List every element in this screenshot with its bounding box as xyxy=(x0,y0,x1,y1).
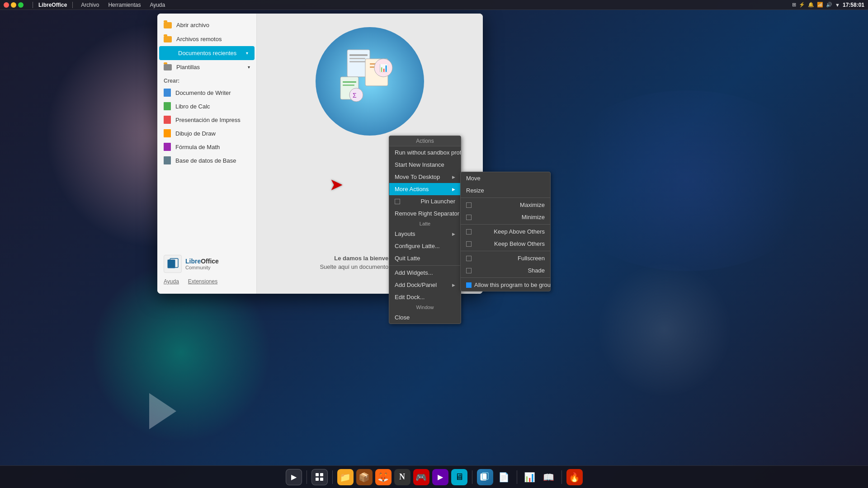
taskbar-fire-icon[interactable]: 🔥 xyxy=(566,469,583,485)
window-minimize-button[interactable] xyxy=(11,2,16,8)
taskbar-files-icon[interactable]: 📄 xyxy=(496,469,512,485)
submenu-sep-1 xyxy=(461,197,550,198)
footer-help-link[interactable]: Ayuda xyxy=(164,278,179,285)
menu-archivo[interactable]: Archivo xyxy=(78,2,102,8)
create-impress[interactable]: Presentación de Impress xyxy=(157,113,256,127)
submenu-allow-grouped[interactable]: Allow this program to be grouped xyxy=(461,279,550,291)
ctx-run-without-sandbox[interactable]: Run without sandbox profile xyxy=(389,146,461,159)
ctx-edit-dock[interactable]: Edit Dock... xyxy=(389,291,461,303)
submenu-resize[interactable]: Resize xyxy=(461,184,550,197)
lo-logo: LibreOffice Community xyxy=(164,255,250,273)
play-triangle-decoration xyxy=(149,393,176,429)
svg-text:📊: 📊 xyxy=(379,64,388,72)
taskbar-firefox-icon[interactable]: 🦊 xyxy=(375,469,392,485)
submenu-maximize[interactable]: Maximize xyxy=(461,199,550,211)
sidebar-open-file[interactable]: Abrir archivo xyxy=(157,18,256,32)
submenu-fullscreen[interactable]: Fullscreen xyxy=(461,252,550,264)
taskbar-divider-4 xyxy=(517,470,517,484)
svg-rect-12 xyxy=(343,84,354,86)
lo-footer: LibreOffice Community Ayuda Extensiones xyxy=(157,250,256,289)
calc-icon xyxy=(164,102,171,110)
sidebar-remote-files[interactable]: Archivos remotos xyxy=(157,32,256,46)
maximize-checkbox xyxy=(466,202,472,208)
ctx-remove-right-separator[interactable]: Remove Right Separator xyxy=(389,207,461,220)
arrow-icon-2: ▾ xyxy=(248,65,250,70)
submenu-minimize[interactable]: Minimize xyxy=(461,211,550,223)
submenu-sep-3 xyxy=(461,251,550,251)
ctx-quit-latte[interactable]: Quit Latte xyxy=(389,252,461,264)
taskbar-folder-icon[interactable]: 📁 xyxy=(337,469,354,485)
top-panel: LibreOffice Archivo Herramientas Ayuda ⊞… xyxy=(0,0,868,10)
sidebar-templates[interactable]: Plantillas ▾ xyxy=(157,60,256,74)
taskbar-game-icon[interactable]: 🎮 xyxy=(413,469,429,485)
taskbar-play-button[interactable]: ▶ xyxy=(286,469,302,485)
ctx-close[interactable]: Close xyxy=(389,311,461,324)
top-panel-left: LibreOffice Archivo Herramientas Ayuda xyxy=(4,2,168,8)
draw-icon xyxy=(164,129,171,137)
svg-rect-11 xyxy=(343,81,356,83)
window-maximize-button[interactable] xyxy=(18,2,24,8)
actions-menu-header: Actions xyxy=(389,136,461,146)
ctx-move-to-desktop[interactable]: Move To Desktop xyxy=(389,171,461,183)
submenu-keep-below[interactable]: Keep Below Others xyxy=(461,238,550,250)
taskbar-chart-icon[interactable]: 📊 xyxy=(522,469,538,485)
taskbar-monitor-icon[interactable]: 🖥 xyxy=(451,469,467,485)
template-icon xyxy=(164,64,172,70)
panel-divider-2 xyxy=(72,2,73,8)
lo-logo-icon xyxy=(164,255,182,273)
submenu-sep-4 xyxy=(461,277,550,278)
footer-extensions-link[interactable]: Extensiones xyxy=(188,278,217,285)
base-icon xyxy=(164,156,171,164)
taskbar-book-icon[interactable]: 📖 xyxy=(541,469,557,485)
top-panel-right: ⊞ ⚡ 🔔 📶 🔊 ▼ 17:58:01 xyxy=(792,2,864,8)
taskbar-package-icon[interactable]: 📦 xyxy=(356,469,373,485)
ctx-configure-latte[interactable]: Configure Latte... xyxy=(389,240,461,252)
ctx-separator-1 xyxy=(389,265,461,266)
illustration-svg: 📊 Σ xyxy=(307,23,433,140)
red-arrow-indicator: ➤ xyxy=(330,176,342,193)
taskbar-grid-button[interactable] xyxy=(311,469,328,485)
more-actions-submenu: Move Resize Maximize Minimize Keep Above… xyxy=(460,172,551,291)
window-close-button[interactable] xyxy=(4,2,9,8)
taskbar-divider-1 xyxy=(307,470,307,484)
ctx-add-widgets[interactable]: Add Widgets... xyxy=(389,267,461,279)
create-draw[interactable]: Dibujo de Draw xyxy=(157,127,256,140)
grid-icon xyxy=(316,473,323,476)
taskbar-lo-icon[interactable] xyxy=(477,469,493,485)
menu-herramientas[interactable]: Herramientas xyxy=(105,2,143,8)
ctx-layouts[interactable]: Layouts xyxy=(389,228,461,240)
submenu-keep-above[interactable]: Keep Above Others xyxy=(461,225,550,238)
ctx-add-dock-panel[interactable]: Add Dock/Panel xyxy=(389,279,461,291)
shade-checkbox xyxy=(466,268,472,273)
create-writer[interactable]: Documento de Writer xyxy=(157,86,256,99)
taskbar-n-icon[interactable]: Ν xyxy=(394,469,410,485)
taskbar-media-icon[interactable]: ▶ xyxy=(432,469,448,485)
tray-dropdown-icon[interactable]: ▼ xyxy=(835,2,840,8)
create-base[interactable]: Base de datos de Base xyxy=(157,154,256,167)
submenu-sep-2 xyxy=(461,224,550,225)
submenu-shade[interactable]: Shade xyxy=(461,264,550,277)
folder-icon xyxy=(164,22,172,28)
pin-launcher-checkbox xyxy=(395,199,400,204)
ctx-start-new-instance[interactable]: Start New Instance xyxy=(389,159,461,171)
ctx-pin-launcher[interactable]: Pin Launcher xyxy=(389,195,461,207)
submenu-move[interactable]: Move xyxy=(461,172,550,184)
create-calc[interactable]: Libro de Calc xyxy=(157,99,256,113)
ctx-window-label: Window xyxy=(389,303,461,311)
desktop: LibreOffice Archivo Herramientas Ayuda ⊞… xyxy=(0,0,868,488)
svg-rect-6 xyxy=(349,61,367,62)
taskbar: ▶ 📁 📦 🦊 Ν 🎮 ▶ 🖥 📄 xyxy=(0,465,868,488)
svg-text:Σ: Σ xyxy=(353,92,357,99)
sidebar-recent-docs[interactable]: Documentos recientes ▾ xyxy=(159,46,255,60)
menu-ayuda[interactable]: Ayuda xyxy=(147,2,168,8)
svg-rect-5 xyxy=(349,58,365,59)
writer-icon xyxy=(164,89,171,97)
ctx-latte-label: Latte xyxy=(389,220,461,228)
folder-icon-2 xyxy=(164,36,172,42)
window-controls xyxy=(4,2,24,8)
lo-footer-links: Ayuda Extensiones xyxy=(164,278,250,285)
create-math[interactable]: Fórmula de Math xyxy=(157,140,256,154)
ctx-more-actions[interactable]: More Actions xyxy=(389,183,461,195)
tray-network-icon: ⊞ xyxy=(792,2,796,8)
lo-logo-text: LibreOffice Community xyxy=(185,258,219,270)
